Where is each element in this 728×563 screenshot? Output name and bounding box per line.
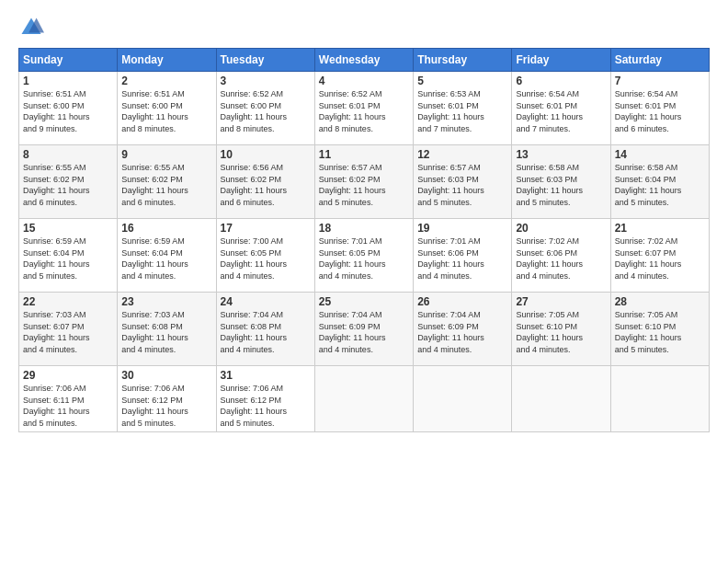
day-number: 15	[23, 222, 113, 235]
day-number: 8	[23, 148, 113, 161]
day-number: 29	[23, 369, 113, 382]
day-info: Sunrise: 7:01 AM Sunset: 6:06 PM Dayligh…	[417, 236, 507, 282]
day-info: Sunrise: 6:51 AM Sunset: 6:00 PM Dayligh…	[121, 88, 211, 134]
calendar-cell: 7Sunrise: 6:54 AM Sunset: 6:01 PM Daylig…	[610, 72, 709, 145]
day-info: Sunrise: 7:02 AM Sunset: 6:07 PM Dayligh…	[615, 236, 705, 282]
day-number: 5	[417, 75, 507, 87]
day-info: Sunrise: 6:57 AM Sunset: 6:02 PM Dayligh…	[319, 162, 409, 208]
day-info: Sunrise: 7:03 AM Sunset: 6:07 PM Dayligh…	[23, 309, 113, 355]
calendar-cell: 18Sunrise: 7:01 AM Sunset: 6:05 PM Dayli…	[314, 219, 413, 293]
day-number: 14	[615, 148, 705, 161]
weekday-header-thursday: Thursday	[414, 49, 512, 72]
day-info: Sunrise: 6:54 AM Sunset: 6:01 PM Dayligh…	[615, 88, 705, 134]
day-info: Sunrise: 6:52 AM Sunset: 6:00 PM Dayligh…	[221, 88, 311, 134]
day-info: Sunrise: 6:57 AM Sunset: 6:03 PM Dayligh…	[417, 162, 507, 208]
calendar-cell	[610, 366, 709, 432]
calendar-cell: 22Sunrise: 7:03 AM Sunset: 6:07 PM Dayli…	[19, 293, 118, 366]
day-info: Sunrise: 7:05 AM Sunset: 6:10 PM Dayligh…	[615, 309, 705, 355]
day-number: 3	[221, 75, 311, 87]
calendar-cell: 29Sunrise: 7:06 AM Sunset: 6:11 PM Dayli…	[19, 366, 118, 432]
week-row-4: 22Sunrise: 7:03 AM Sunset: 6:07 PM Dayli…	[19, 293, 710, 366]
day-info: Sunrise: 7:06 AM Sunset: 6:11 PM Dayligh…	[23, 383, 113, 429]
day-number: 16	[121, 222, 211, 235]
day-number: 30	[121, 369, 211, 382]
day-number: 23	[121, 295, 211, 308]
calendar-cell: 26Sunrise: 7:04 AM Sunset: 6:09 PM Dayli…	[414, 293, 512, 366]
day-number: 17	[221, 222, 311, 235]
calendar-cell: 19Sunrise: 7:01 AM Sunset: 6:06 PM Dayli…	[414, 219, 512, 293]
day-number: 21	[615, 222, 705, 235]
day-number: 13	[516, 148, 606, 161]
calendar-cell	[314, 366, 413, 432]
calendar-cell: 9Sunrise: 6:55 AM Sunset: 6:02 PM Daylig…	[118, 145, 216, 219]
calendar-cell	[414, 366, 512, 432]
day-info: Sunrise: 7:01 AM Sunset: 6:05 PM Dayligh…	[319, 236, 409, 282]
calendar-cell: 13Sunrise: 6:58 AM Sunset: 6:03 PM Dayli…	[512, 145, 610, 219]
week-row-2: 8Sunrise: 6:55 AM Sunset: 6:02 PM Daylig…	[19, 145, 710, 219]
week-row-5: 29Sunrise: 7:06 AM Sunset: 6:11 PM Dayli…	[19, 366, 710, 432]
day-number: 20	[516, 222, 606, 235]
day-info: Sunrise: 7:00 AM Sunset: 6:05 PM Dayligh…	[221, 236, 311, 282]
calendar-cell: 11Sunrise: 6:57 AM Sunset: 6:02 PM Dayli…	[314, 145, 413, 219]
day-info: Sunrise: 6:54 AM Sunset: 6:01 PM Dayligh…	[516, 88, 606, 134]
day-info: Sunrise: 7:04 AM Sunset: 6:09 PM Dayligh…	[417, 309, 507, 355]
weekday-header-saturday: Saturday	[610, 49, 709, 72]
day-info: Sunrise: 7:04 AM Sunset: 6:08 PM Dayligh…	[221, 309, 311, 355]
day-number: 4	[319, 75, 409, 87]
day-number: 9	[121, 148, 211, 161]
calendar-cell: 16Sunrise: 6:59 AM Sunset: 6:04 PM Dayli…	[118, 219, 216, 293]
day-number: 18	[319, 222, 409, 235]
day-number: 19	[417, 222, 507, 235]
weekday-header-wednesday: Wednesday	[314, 49, 413, 72]
weekday-header-monday: Monday	[118, 49, 216, 72]
day-info: Sunrise: 7:04 AM Sunset: 6:09 PM Dayligh…	[319, 309, 409, 355]
weekday-header-friday: Friday	[512, 49, 610, 72]
day-number: 12	[417, 148, 507, 161]
calendar-cell: 15Sunrise: 6:59 AM Sunset: 6:04 PM Dayli…	[19, 219, 118, 293]
logo-icon	[18, 15, 44, 40]
calendar-cell: 3Sunrise: 6:52 AM Sunset: 6:00 PM Daylig…	[216, 72, 314, 145]
calendar-cell: 20Sunrise: 7:02 AM Sunset: 6:06 PM Dayli…	[512, 219, 610, 293]
calendar-cell: 30Sunrise: 7:06 AM Sunset: 6:12 PM Dayli…	[118, 366, 216, 432]
calendar-cell: 25Sunrise: 7:04 AM Sunset: 6:09 PM Dayli…	[314, 293, 413, 366]
calendar-cell: 27Sunrise: 7:05 AM Sunset: 6:10 PM Dayli…	[512, 293, 610, 366]
calendar-cell: 4Sunrise: 6:52 AM Sunset: 6:01 PM Daylig…	[314, 72, 413, 145]
day-info: Sunrise: 7:05 AM Sunset: 6:10 PM Dayligh…	[516, 309, 606, 355]
day-info: Sunrise: 6:55 AM Sunset: 6:02 PM Dayligh…	[121, 162, 211, 208]
calendar-cell: 23Sunrise: 7:03 AM Sunset: 6:08 PM Dayli…	[118, 293, 216, 366]
day-number: 7	[615, 75, 705, 87]
week-row-3: 15Sunrise: 6:59 AM Sunset: 6:04 PM Dayli…	[19, 219, 710, 293]
calendar-cell: 21Sunrise: 7:02 AM Sunset: 6:07 PM Dayli…	[610, 219, 709, 293]
weekday-header-sunday: Sunday	[19, 49, 118, 72]
calendar-cell: 17Sunrise: 7:00 AM Sunset: 6:05 PM Dayli…	[216, 219, 314, 293]
calendar-cell: 1Sunrise: 6:51 AM Sunset: 6:00 PM Daylig…	[19, 72, 118, 145]
day-number: 24	[221, 295, 311, 308]
day-number: 10	[221, 148, 311, 161]
day-info: Sunrise: 7:06 AM Sunset: 6:12 PM Dayligh…	[221, 383, 311, 429]
calendar-cell: 2Sunrise: 6:51 AM Sunset: 6:00 PM Daylig…	[118, 72, 216, 145]
day-info: Sunrise: 6:59 AM Sunset: 6:04 PM Dayligh…	[121, 236, 211, 282]
logo	[18, 15, 48, 40]
day-info: Sunrise: 6:59 AM Sunset: 6:04 PM Dayligh…	[23, 236, 113, 282]
weekday-header-row: SundayMondayTuesdayWednesdayThursdayFrid…	[19, 49, 710, 72]
day-number: 22	[23, 295, 113, 308]
day-number: 31	[221, 369, 311, 382]
day-info: Sunrise: 6:58 AM Sunset: 6:03 PM Dayligh…	[516, 162, 606, 208]
day-info: Sunrise: 6:55 AM Sunset: 6:02 PM Dayligh…	[23, 162, 113, 208]
day-number: 6	[516, 75, 606, 87]
day-number: 25	[319, 295, 409, 308]
day-number: 2	[121, 75, 211, 87]
calendar-cell: 8Sunrise: 6:55 AM Sunset: 6:02 PM Daylig…	[19, 145, 118, 219]
calendar-cell: 14Sunrise: 6:58 AM Sunset: 6:04 PM Dayli…	[610, 145, 709, 219]
day-info: Sunrise: 7:03 AM Sunset: 6:08 PM Dayligh…	[121, 309, 211, 355]
day-info: Sunrise: 6:53 AM Sunset: 6:01 PM Dayligh…	[417, 88, 507, 134]
calendar-cell: 28Sunrise: 7:05 AM Sunset: 6:10 PM Dayli…	[610, 293, 709, 366]
day-info: Sunrise: 6:56 AM Sunset: 6:02 PM Dayligh…	[221, 162, 311, 208]
day-info: Sunrise: 6:51 AM Sunset: 6:00 PM Dayligh…	[23, 88, 113, 134]
calendar-cell: 12Sunrise: 6:57 AM Sunset: 6:03 PM Dayli…	[414, 145, 512, 219]
page: SundayMondayTuesdayWednesdayThursdayFrid…	[0, 0, 728, 442]
day-number: 26	[417, 295, 507, 308]
day-info: Sunrise: 6:58 AM Sunset: 6:04 PM Dayligh…	[615, 162, 705, 208]
day-number: 11	[319, 148, 409, 161]
calendar-cell: 31Sunrise: 7:06 AM Sunset: 6:12 PM Dayli…	[216, 366, 314, 432]
